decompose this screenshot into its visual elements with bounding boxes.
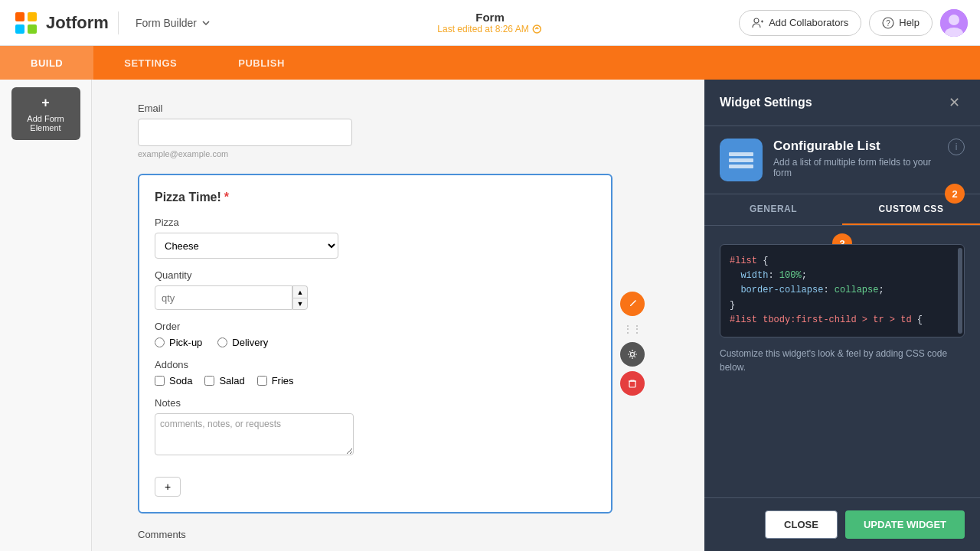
step-badge-2: 2 [945,184,965,204]
pickup-label: Pick-up [169,337,202,348]
css-val-2: collapse [835,285,879,295]
tabs-section: GENERAL CUSTOM CSS 2 [704,194,980,226]
tab-build[interactable]: BUILD [0,46,93,80]
pizza-label: Pizza [155,217,596,228]
widget-name: Configurable List [773,139,937,154]
gear-icon [627,349,638,360]
addons-checkbox-group: Soda Salad Fries [155,375,596,386]
css-keyword-2: #list tbody:first-child > tr > td [730,315,912,325]
form-builder-label: Form Builder [136,17,197,29]
svg-rect-2 [28,12,37,21]
sync-icon [532,24,543,34]
avatar[interactable] [940,9,968,37]
notes-group: Notes comments, notes, or requests [155,397,596,458]
quantity-up-button[interactable]: ▲ [292,285,308,298]
email-label: Email [138,103,658,114]
pizza-select[interactable]: Cheese Pepperoni Veggie [155,233,338,259]
css-editor-section: 3 #list { width: 100%; border-collapse: … [704,226,980,497]
add-form-element-button[interactable]: + Add Form Element [11,87,80,140]
form-builder-button[interactable]: Form Builder [128,12,218,34]
tab-publish[interactable]: PUBLISH [207,46,315,80]
svg-rect-3 [15,24,24,34]
css-indent-1 [730,270,740,281]
form-title: Form [437,11,542,24]
pickup-radio[interactable] [155,337,165,347]
pizza-section-title: Pizza Time! * [155,191,596,204]
last-edited-text: Last edited at 8:26 AM [437,24,528,34]
svg-text:?: ? [886,19,890,28]
configurable-list-icon [727,146,755,174]
main: + Add Form Element Email example@example… [0,80,980,551]
delete-action-button[interactable] [620,371,645,396]
quantity-input[interactable] [155,285,292,310]
info-button[interactable]: i [948,139,965,155]
order-group: Order Pick-up Delivery [155,321,596,348]
delivery-option[interactable]: Delivery [217,337,268,348]
fries-option[interactable]: Fries [257,375,294,386]
css-prop-2: border-collapse [740,285,823,295]
drag-handle[interactable]: ⋮⋮ [623,324,642,334]
help-button[interactable]: ? Help [869,10,933,36]
widget-icon-box [720,139,763,181]
widget-info-section: Configurable List Add a list of multiple… [704,126,980,194]
svg-rect-1 [15,12,24,21]
header: Jotform Form Builder Form Last edited at… [0,0,980,46]
svg-point-11 [949,15,959,25]
svg-rect-4 [28,24,37,34]
help-icon: ? [882,17,894,29]
sidebar: + Add Form Element [0,80,92,551]
css-brace-open: { [757,256,768,266]
logo[interactable]: Jotform [12,9,109,37]
quantity-group: Quantity ▲ ▼ [155,269,596,310]
quantity-down-button[interactable]: ▼ [292,298,308,310]
email-input[interactable] [138,119,352,146]
trash-icon [627,378,638,389]
email-hint: example@example.com [138,149,658,158]
css-description: Customize this widget's look & feel by a… [720,347,965,374]
css-colon-1: : [768,270,779,281]
css-semi-1: ; [802,270,807,281]
required-marker: * [224,191,229,204]
widget-close-button[interactable]: ✕ [943,92,965,113]
fries-label: Fries [272,375,294,386]
add-row-button[interactable]: + [155,477,181,497]
delivery-radio[interactable] [217,337,227,347]
addons-label: Addons [155,359,596,370]
css-brace-open-2: { [912,315,923,325]
nav-tabs: BUILD SETTINGS PUBLISH [0,46,980,80]
jotform-logo-icon [12,9,40,37]
form-area: Email example@example.com Pizza Time! * … [92,80,704,551]
salad-label: Salad [219,375,244,386]
soda-checkbox[interactable] [155,376,165,386]
salad-option[interactable]: Salad [204,375,244,386]
css-code-container: 3 #list { width: 100%; border-collapse: … [720,244,965,337]
update-widget-button[interactable]: UPDATE WIDGET [845,510,965,539]
tab-settings[interactable]: SETTINGS [93,46,207,80]
close-button[interactable]: CLOSE [765,510,838,539]
widget-settings-title: Widget Settings [720,96,812,109]
settings-action-button[interactable] [620,342,645,367]
css-code-box[interactable]: #list { width: 100%; border-collapse: co… [720,244,965,337]
svg-rect-16 [729,152,753,156]
delivery-label: Delivery [232,337,268,348]
css-scrollbar[interactable] [958,248,962,334]
add-collaborators-button[interactable]: Add Collaborators [739,10,861,36]
help-label: Help [899,17,920,28]
fries-checkbox[interactable] [257,376,267,386]
widget-tabs: GENERAL CUSTOM CSS [704,194,980,226]
notes-textarea[interactable]: comments, notes, or requests [155,413,354,455]
svg-rect-18 [729,165,753,168]
widget-header: Widget Settings ✕ [704,80,980,126]
pickup-option[interactable]: Pick-up [155,337,202,348]
chevron-down-icon [201,18,211,28]
soda-option[interactable]: Soda [155,375,192,386]
salad-checkbox[interactable] [204,376,214,386]
css-indent-2 [730,285,740,295]
css-keyword-1: #list [730,256,757,266]
logo-text: Jotform [46,13,109,33]
plus-icon: + [41,95,50,111]
edit-action-button[interactable] [620,292,645,316]
header-center: Form Last edited at 8:26 AM [437,11,542,34]
add-collaborators-label: Add Collaborators [769,17,848,28]
tab-general[interactable]: GENERAL [704,194,842,225]
